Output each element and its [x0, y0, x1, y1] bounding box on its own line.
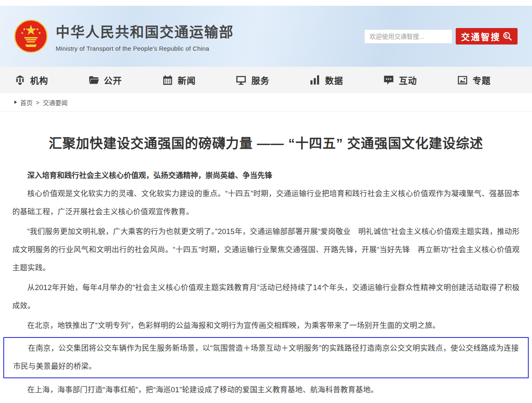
- speech-bubble-icon: [383, 75, 394, 86]
- search-area: 交通智搜 S: [364, 28, 518, 45]
- main-navigation: 机构 公开 新闻 服务 数据 互动 专题: [0, 67, 532, 93]
- breadcrumb-separator: >: [36, 99, 40, 106]
- article-paragraph: 从2012年开始，每年4月举办的“社会主义核心价值观主题实践教育月”活动已经持续…: [12, 279, 520, 315]
- nav-item-zhuanti[interactable]: 专题: [457, 74, 491, 86]
- article-paragraph: “我们服务更加文明礼貌，广大乘客的行为也就更文明了。”2015年，交通运输部部署…: [12, 223, 520, 277]
- site-title: 中华人民共和国交通运输部: [56, 21, 234, 41]
- svg-text:S: S: [504, 33, 508, 38]
- nav-item-fuwu[interactable]: 服务: [235, 74, 269, 86]
- article-paragraph: 在北京，地铁推出了“文明专列”，色彩鲜明的公益海报和文明行为宣传画交相辉映，为乘…: [12, 316, 520, 335]
- smart-search-button[interactable]: 交通智搜 S: [456, 28, 518, 45]
- picture-icon: [457, 75, 468, 86]
- article-paragraph: 核心价值观是文化软实力的灵魂、文化软实力建设的重点。“十四五”时期，交通运输行业…: [12, 185, 520, 221]
- nav-label: 专题: [473, 74, 491, 86]
- calendar-icon: [162, 75, 173, 86]
- nav-label: 公开: [104, 74, 122, 86]
- nav-item-jigou[interactable]: 机构: [14, 74, 48, 86]
- breadcrumb-arrow-icon: [14, 101, 17, 104]
- magnifier-s-icon: S: [502, 31, 512, 41]
- nav-label: 数据: [325, 74, 343, 86]
- breadcrumb: 首页 > 交通要闻: [0, 93, 532, 112]
- nav-label: 机构: [30, 74, 48, 86]
- search-input[interactable]: [364, 29, 452, 44]
- national-emblem-icon: [14, 20, 47, 53]
- nav-item-hudong[interactable]: 互动: [383, 74, 417, 86]
- article-paragraph-highlighted: 在南京，公交集团将公交车辆作为民生服务新场景，以“氛围营造＋场景互动＋文明服务”…: [13, 339, 519, 375]
- folder-icon: [88, 75, 99, 86]
- breadcrumb-current-link[interactable]: 交通要闻: [43, 98, 68, 107]
- brand-block: 中华人民共和国交通运输部 Ministry of Transport of th…: [56, 21, 234, 52]
- site-subtitle: Ministry of Transport of the People's Re…: [56, 45, 234, 52]
- breadcrumb-home-link[interactable]: 首页: [20, 98, 33, 107]
- nav-label: 服务: [251, 74, 269, 86]
- article-paragraph: 在上海，海事部门打造“海事红船”，把“海巡01”轮建设成了移动的爱国主义教育基地…: [12, 381, 520, 399]
- monitor-icon: [235, 75, 247, 86]
- nav-label: 互动: [399, 74, 417, 86]
- article-title: 汇聚加快建设交通强国的磅礴力量 —— “十四五” 交通强国文化建设综述: [12, 135, 520, 152]
- nav-item-xinwen[interactable]: 新闻: [162, 74, 196, 86]
- article-main: 汇聚加快建设交通强国的磅礴力量 —— “十四五” 交通强国文化建设综述 深入培育…: [0, 112, 532, 403]
- bar-chart-icon: [309, 75, 320, 86]
- national-emblem-logo[interactable]: [14, 20, 47, 53]
- article-lead-paragraph: 深入培育和践行社会主义核心价值观，弘扬交通精神，崇尚英雄、争当先锋: [12, 166, 520, 185]
- top-margin-strip: [0, 0, 532, 6]
- nav-item-gongkai[interactable]: 公开: [88, 74, 122, 86]
- highlighted-paragraph-box: 在南京，公交集团将公交车辆作为民生服务新场景，以“氛围营造＋场景互动＋文明服务”…: [3, 337, 529, 378]
- search-button-label: 交通智搜: [461, 30, 501, 42]
- site-header: 中华人民共和国交通运输部 Ministry of Transport of th…: [0, 6, 532, 67]
- bank-icon: [14, 75, 26, 86]
- nav-item-shuju[interactable]: 数据: [309, 74, 343, 86]
- nav-label: 新闻: [178, 74, 196, 86]
